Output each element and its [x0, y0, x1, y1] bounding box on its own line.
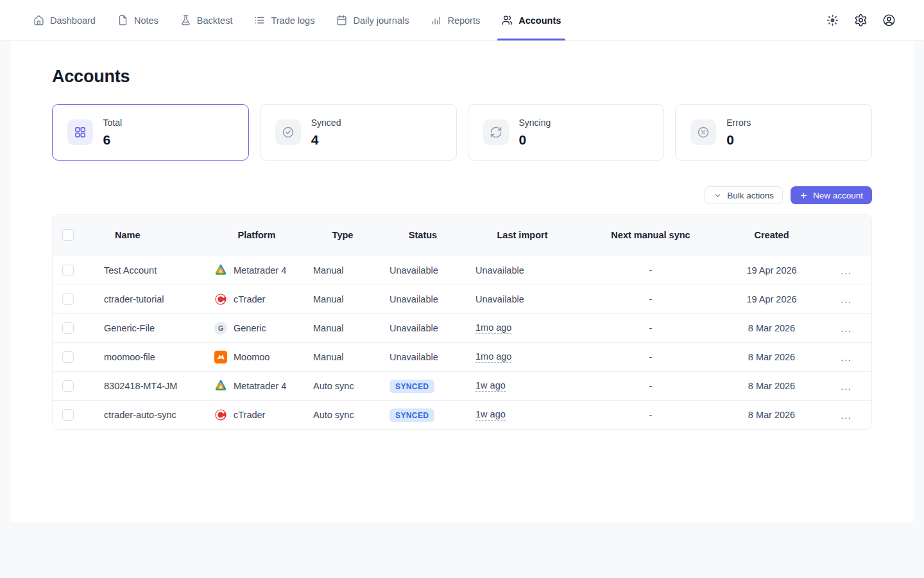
- svg-text:4: 4: [219, 269, 222, 274]
- stat-label: Total: [103, 118, 123, 128]
- stat-label: Syncing: [519, 118, 551, 128]
- nav-item-dashboard[interactable]: Dashboard: [33, 0, 96, 40]
- account-type: Manual: [305, 265, 381, 276]
- nav-item-accounts[interactable]: Accounts: [502, 0, 561, 40]
- created-date: 19 Apr 2026: [722, 294, 821, 304]
- account-type: Manual: [305, 352, 381, 362]
- bulk-actions-label: Bulk actions: [727, 191, 774, 200]
- platform-name: Generic: [234, 323, 266, 333]
- metatrader4-icon: 4: [214, 264, 227, 277]
- status-badge: SYNCED: [389, 380, 434, 393]
- nav-item-notes[interactable]: Notes: [117, 0, 158, 40]
- platform-name: cTrader: [234, 410, 265, 420]
- theme-toggle-sun-icon[interactable]: [826, 13, 839, 27]
- account-type: Auto sync: [305, 410, 381, 420]
- nav-right-controls: [826, 0, 896, 40]
- status-badge: SYNCED: [389, 408, 434, 422]
- stat-value: 0: [726, 132, 751, 148]
- next-manual-sync: -: [579, 294, 722, 304]
- stat-card-errors[interactable]: Errors 0: [675, 104, 872, 161]
- row-checkbox[interactable]: [62, 293, 74, 305]
- generic-platform-icon: G: [214, 322, 227, 335]
- nav-label: Dashboard: [50, 15, 96, 26]
- nav-label: Notes: [134, 15, 158, 26]
- row-menu-button[interactable]: ...: [841, 352, 851, 363]
- status-text: Unavailable: [389, 323, 438, 333]
- table-header-row: Name Platform Type Status Last import Ne…: [53, 215, 871, 256]
- settings-gear-icon[interactable]: [854, 13, 868, 27]
- x-circle-icon: [690, 119, 716, 145]
- calendar-icon: [336, 15, 347, 26]
- svg-text:G: G: [218, 324, 223, 332]
- column-header-type: Type: [305, 230, 381, 240]
- accounts-table: Name Platform Type Status Last import Ne…: [52, 214, 872, 430]
- row-menu-button[interactable]: ...: [841, 410, 851, 421]
- table-toolbar: Bulk actions New account: [52, 186, 872, 204]
- created-date: 8 Mar 2026: [722, 381, 821, 391]
- stat-card-synced[interactable]: Synced 4: [260, 104, 457, 161]
- column-header-status: Status: [381, 230, 465, 240]
- account-name: 8302418-MT4-JM: [83, 381, 209, 391]
- page-title: Accounts: [52, 68, 872, 85]
- active-tab-indicator: [497, 39, 565, 40]
- row-checkbox[interactable]: [62, 265, 74, 276]
- content-panel: Accounts Total 6 Synced 4: [10, 41, 914, 522]
- row-menu-button[interactable]: ...: [841, 323, 851, 334]
- column-header-created: Created: [722, 230, 821, 240]
- account-type: Manual: [305, 294, 381, 304]
- row-checkbox[interactable]: [62, 409, 74, 421]
- nav-item-backtest[interactable]: Backtest: [180, 0, 233, 40]
- platform-name: cTrader: [234, 294, 265, 304]
- table-row: ctrader-auto-sync cTrader Auto sync SYNC…: [53, 400, 871, 429]
- nav-label: Accounts: [518, 15, 561, 26]
- account-type: Manual: [305, 323, 381, 333]
- last-import[interactable]: 1mo ago: [475, 351, 511, 363]
- column-header-name: Name: [83, 230, 209, 240]
- nav-item-trade-logs[interactable]: Trade logs: [254, 0, 314, 40]
- select-all-checkbox[interactable]: [62, 229, 74, 241]
- stat-value: 0: [519, 132, 551, 148]
- ctrader-icon: [214, 408, 227, 421]
- last-import[interactable]: 1w ago: [475, 409, 506, 421]
- bulk-actions-button[interactable]: Bulk actions: [705, 186, 783, 204]
- nav-label: Trade logs: [271, 15, 314, 26]
- top-nav: Dashboard Notes Backtest Trade logs Dail…: [0, 0, 924, 41]
- status-text: Unavailable: [389, 294, 438, 304]
- stat-card-total[interactable]: Total 6: [52, 104, 249, 161]
- account-name: Generic-File: [83, 323, 209, 333]
- nav-label: Reports: [447, 15, 480, 26]
- grid-icon: [67, 119, 93, 145]
- table-row: Test Account 4 Metatrader 4 Manual Unava…: [53, 256, 871, 285]
- check-circle-icon: [275, 119, 301, 145]
- ctrader-icon: [214, 293, 227, 306]
- metatrader4-icon: 4: [214, 380, 227, 392]
- new-account-button[interactable]: New account: [791, 186, 872, 204]
- stat-value: 6: [103, 132, 123, 148]
- row-checkbox[interactable]: [62, 322, 74, 334]
- profile-icon[interactable]: [882, 13, 896, 27]
- account-name: Test Account: [83, 265, 209, 276]
- account-name: ctrader-auto-sync: [83, 410, 209, 420]
- next-manual-sync: -: [579, 323, 722, 333]
- row-menu-button[interactable]: ...: [841, 265, 851, 276]
- created-date: 8 Mar 2026: [722, 410, 821, 420]
- main-nav: Dashboard Notes Backtest Trade logs Dail…: [33, 0, 561, 40]
- column-header-platform: Platform: [209, 230, 305, 240]
- next-manual-sync: -: [579, 352, 722, 362]
- platform-name: Metatrader 4: [234, 381, 286, 391]
- table-row: 8302418-MT4-JM 4 Metatrader 4 Auto sync …: [53, 371, 871, 400]
- account-type: Auto sync: [305, 381, 381, 391]
- account-name: ctrader-tutorial: [83, 294, 209, 304]
- last-import[interactable]: 1mo ago: [475, 322, 511, 334]
- nav-item-daily-journals[interactable]: Daily journals: [336, 0, 409, 40]
- status-text: Unavailable: [389, 352, 438, 362]
- last-import[interactable]: 1w ago: [475, 380, 506, 392]
- stat-card-syncing[interactable]: Syncing 0: [468, 104, 665, 161]
- nav-item-reports[interactable]: Reports: [431, 0, 480, 40]
- row-checkbox[interactable]: [62, 351, 74, 363]
- row-checkbox[interactable]: [62, 380, 74, 392]
- row-menu-button[interactable]: ...: [841, 381, 851, 392]
- svg-text:4: 4: [219, 385, 222, 389]
- row-menu-button[interactable]: ...: [841, 294, 851, 305]
- table-row: moomoo-file Moomoo Manual Unavailable 1m…: [53, 342, 871, 371]
